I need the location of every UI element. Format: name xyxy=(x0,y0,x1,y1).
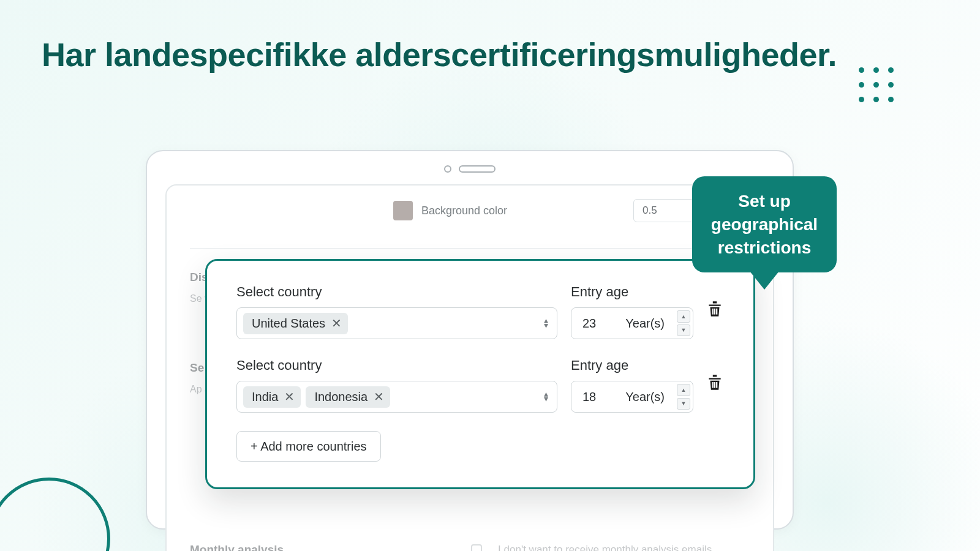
delete-row-button[interactable] xyxy=(707,299,724,320)
remove-chip-icon[interactable]: ✕ xyxy=(374,391,384,403)
country-age-row: Select country India ✕ Indonesia ✕ ▴▾ En… xyxy=(236,358,724,413)
country-chip[interactable]: United States ✕ xyxy=(243,313,348,334)
entry-age-label: Entry age xyxy=(571,358,693,373)
country-chip[interactable]: India ✕ xyxy=(243,386,301,408)
entry-age-input[interactable]: 23 Year(s) ▲ ▼ xyxy=(571,307,693,339)
add-more-countries-button[interactable]: + Add more countries xyxy=(236,431,381,462)
country-age-row: Select country United States ✕ ▴▾ Entry … xyxy=(236,284,724,339)
entry-age-value: 23 xyxy=(582,317,596,331)
entry-age-unit: Year(s) xyxy=(625,390,665,404)
divider xyxy=(190,248,750,249)
svg-rect-0 xyxy=(712,309,714,315)
entry-age-input[interactable]: 18 Year(s) ▲ ▼ xyxy=(571,381,693,413)
background-color-label: Background color xyxy=(421,204,507,217)
geo-restrictions-card: Select country United States ✕ ▴▾ Entry … xyxy=(205,259,755,489)
monthly-optout-text: I don't want to receive monthly analysis… xyxy=(498,544,712,551)
svg-rect-4 xyxy=(714,382,715,388)
select-caret-icon: ▴▾ xyxy=(544,318,548,328)
svg-rect-1 xyxy=(714,309,715,315)
page-title: Har landespecifikke alderscertificerings… xyxy=(42,36,837,73)
svg-rect-3 xyxy=(712,382,714,388)
svg-rect-5 xyxy=(716,382,717,388)
select-country-label: Select country xyxy=(236,358,557,373)
select-country-label: Select country xyxy=(236,284,557,300)
remove-chip-icon[interactable]: ✕ xyxy=(331,317,342,329)
background-color-swatch[interactable] xyxy=(393,201,413,220)
geo-restrictions-callout: Set up geographical restrictions xyxy=(692,176,837,272)
country-select[interactable]: United States ✕ ▴▾ xyxy=(236,307,557,339)
age-step-up[interactable]: ▲ xyxy=(677,310,690,323)
trash-icon xyxy=(707,373,723,391)
country-select[interactable]: India ✕ Indonesia ✕ ▴▾ xyxy=(236,381,557,413)
entry-age-unit: Year(s) xyxy=(625,317,665,331)
age-step-down[interactable]: ▼ xyxy=(677,324,690,337)
svg-rect-2 xyxy=(716,309,717,315)
age-step-down[interactable]: ▼ xyxy=(677,398,690,410)
monthly-optout-checkbox[interactable] xyxy=(471,544,482,551)
trash-icon xyxy=(707,299,723,318)
monthly-analysis-label: Monthly analysis xyxy=(190,543,284,551)
country-chip-label: India xyxy=(252,390,278,404)
delete-row-button[interactable] xyxy=(707,373,724,394)
entry-age-value: 18 xyxy=(582,390,596,404)
country-chip-label: United States xyxy=(252,317,325,331)
country-chip-label: Indonesia xyxy=(314,390,368,404)
age-step-up[interactable]: ▲ xyxy=(677,384,690,396)
country-chip[interactable]: Indonesia ✕ xyxy=(306,386,390,408)
entry-age-label: Entry age xyxy=(571,284,693,300)
select-caret-icon: ▴▾ xyxy=(544,392,548,401)
decorative-dot-grid xyxy=(859,67,894,103)
remove-chip-icon[interactable]: ✕ xyxy=(284,391,295,403)
